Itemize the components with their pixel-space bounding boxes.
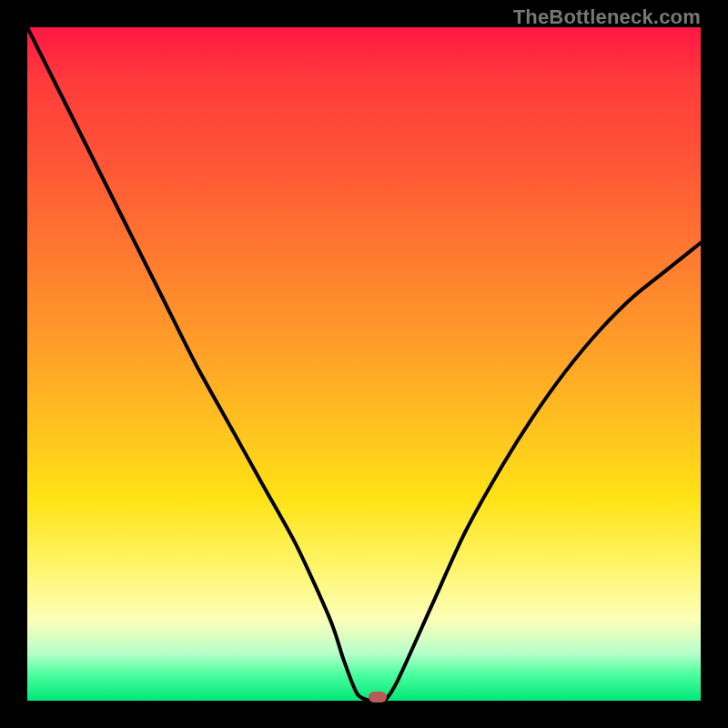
plot-area	[27, 27, 701, 701]
optimal-marker	[369, 692, 387, 703]
chart-frame: TheBottleneck.com	[0, 0, 728, 728]
curve-svg	[27, 27, 701, 701]
watermark-text: TheBottleneck.com	[513, 5, 701, 29]
bottleneck-curve-path	[27, 27, 701, 701]
